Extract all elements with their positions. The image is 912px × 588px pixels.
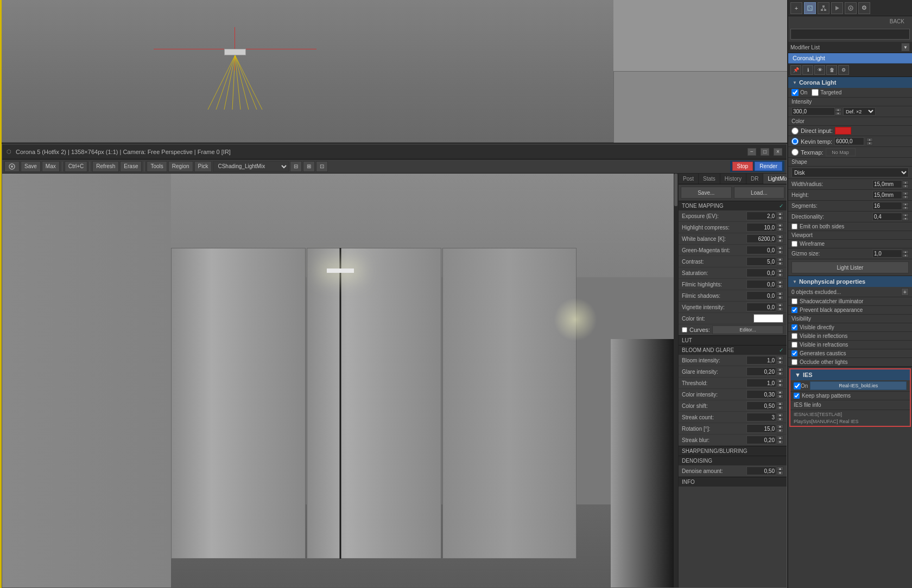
threshold-input[interactable] — [746, 379, 776, 387]
bloom-up[interactable]: ▲ — [777, 356, 783, 360]
region-btn[interactable]: Region — [168, 161, 193, 172]
gizmo-down[interactable]: ▼ — [902, 254, 909, 258]
visible-reflections-checkbox[interactable] — [791, 333, 797, 339]
no-map-button[interactable]: No Map — [826, 148, 856, 156]
contrast-up[interactable]: ▲ — [777, 257, 783, 261]
height-input[interactable] — [872, 191, 902, 199]
sharpening-header[interactable]: SHARPENING/BLURRING — [679, 446, 787, 456]
dir-down[interactable]: ▼ — [902, 217, 909, 221]
object-name-field[interactable]: CoronaLight032 — [790, 29, 910, 40]
wr-spinner[interactable]: ▲ ▼ — [902, 181, 909, 188]
cs-down[interactable]: ▼ — [777, 406, 783, 410]
corona-light-header[interactable]: ▼ Corona Light — [788, 77, 912, 88]
fhl-up[interactable]: ▲ — [777, 280, 783, 284]
pin-icon[interactable]: 📌 — [790, 65, 801, 75]
kelvin-up[interactable]: ▲ — [866, 138, 873, 142]
max-btn[interactable]: Max — [42, 161, 60, 172]
vignette-input[interactable] — [746, 303, 776, 311]
segments-input[interactable] — [872, 202, 902, 210]
dir-spinner[interactable]: ▲ ▼ — [902, 213, 909, 221]
back-button[interactable]: BACK — [791, 17, 909, 25]
maximize-button[interactable]: □ — [761, 148, 769, 156]
scene-icon-btn[interactable] — [4, 161, 20, 172]
gizmo-spinner[interactable]: ▲ ▼ — [902, 250, 909, 258]
whitebalance-input[interactable] — [746, 234, 776, 243]
sc-down[interactable]: ▼ — [777, 417, 783, 421]
intensity-up[interactable]: ▲ — [835, 108, 841, 112]
rotation-input[interactable] — [746, 424, 776, 433]
contrast-input[interactable] — [746, 257, 776, 266]
filmic-hl-input[interactable] — [746, 280, 776, 289]
scrollbar-thumb[interactable] — [674, 174, 677, 206]
sc-up[interactable]: ▲ — [777, 413, 783, 417]
glare-down[interactable]: ▼ — [777, 372, 783, 376]
texmap-radio[interactable] — [791, 149, 799, 156]
filmic-sh-input[interactable] — [746, 291, 776, 300]
sat-up[interactable]: ▲ — [777, 269, 783, 273]
save-button[interactable]: Save... — [681, 187, 732, 199]
glare-input[interactable] — [746, 367, 776, 376]
intensity-multiplier-select[interactable]: Def. ×2 — [843, 107, 876, 116]
gm-down[interactable]: ▼ — [777, 250, 783, 254]
glare-spinner[interactable]: ▲ ▼ — [777, 367, 783, 376]
ci-spinner[interactable]: ▲ ▼ — [777, 390, 783, 399]
colorintensity-input[interactable] — [746, 390, 776, 399]
rot-up[interactable]: ▲ — [777, 424, 783, 429]
ies-file-button[interactable]: Real-IES_bold.ies — [810, 381, 907, 390]
thresh-down[interactable]: ▼ — [777, 383, 783, 387]
denoise-up[interactable]: ▲ — [777, 466, 783, 471]
visible-directly-checkbox[interactable] — [791, 324, 797, 330]
lut-header[interactable]: LUT — [679, 335, 787, 345]
width-radius-input[interactable] — [872, 180, 902, 188]
kelvin-spinner[interactable]: ▲ ▼ — [866, 138, 873, 145]
motion-icon-btn[interactable] — [831, 2, 843, 14]
tone-mapping-header[interactable]: TONE MAPPING ✓ — [679, 201, 787, 210]
rot-spinner[interactable]: ▲ ▼ — [777, 424, 783, 433]
wireframe-checkbox[interactable] — [791, 241, 797, 247]
tab-lightmix[interactable]: LightMix — [763, 174, 787, 184]
gm-up[interactable]: ▲ — [777, 246, 783, 250]
highlight-spinner[interactable]: ▲ ▼ — [777, 223, 783, 232]
wr-up[interactable]: ▲ — [902, 181, 909, 184]
shadowcatcher-checkbox[interactable] — [791, 298, 797, 304]
occlude-lights-checkbox[interactable] — [791, 359, 797, 365]
display-icon-btn[interactable] — [845, 2, 857, 14]
direct-input-color-swatch[interactable] — [835, 127, 851, 135]
visible-refractions-checkbox[interactable] — [791, 342, 797, 348]
kelvin-input[interactable] — [834, 137, 864, 145]
zoom-100-btn[interactable]: ⊡ — [316, 161, 328, 172]
mod-eye-icon[interactable]: 👁 — [814, 65, 825, 75]
on-checkbox[interactable] — [791, 89, 799, 96]
ci-down[interactable]: ▼ — [777, 394, 783, 399]
intensity-spinner[interactable]: ▲ ▼ — [835, 108, 841, 116]
ies-on-checkbox[interactable] — [794, 382, 801, 389]
denoise-down[interactable]: ▼ — [777, 471, 783, 475]
gm-spinner[interactable]: ▲ ▼ — [777, 246, 783, 254]
bloom-glare-header[interactable]: BLOOM AND GLARE ✓ — [679, 345, 787, 355]
kelvin-radio[interactable] — [791, 138, 799, 145]
light-lister-button[interactable]: Light Lister — [791, 261, 909, 273]
mod-trash-icon[interactable]: 🗑 — [826, 65, 837, 75]
save-render-btn[interactable]: Save — [21, 161, 41, 172]
hierarchy-icon-btn[interactable] — [818, 2, 829, 14]
ctrl-c-btn[interactable]: Ctrl+C — [65, 161, 88, 172]
fsh-spinner[interactable]: ▲ ▼ — [777, 291, 783, 300]
exposure-up[interactable]: ▲ — [777, 212, 783, 216]
mod-settings-icon[interactable]: ⚙ — [838, 65, 849, 75]
gizmo-up[interactable]: ▲ — [902, 250, 909, 254]
curves-checkbox[interactable] — [682, 327, 687, 333]
minimize-button[interactable]: − — [748, 148, 756, 156]
cs-up[interactable]: ▲ — [777, 401, 783, 406]
modify-icon-btn[interactable] — [804, 2, 816, 14]
ies-header[interactable]: ▼ IES — [790, 369, 910, 380]
whitebalance-spinner[interactable]: ▲ ▼ — [777, 234, 783, 243]
h-spinner[interactable]: ▲ ▼ — [902, 191, 909, 199]
saturation-input[interactable] — [746, 269, 776, 277]
sat-spinner[interactable]: ▲ ▼ — [777, 269, 783, 277]
intensity-down[interactable]: ▼ — [835, 112, 841, 116]
contrast-down[interactable]: ▼ — [777, 261, 783, 266]
tools-btn[interactable]: Tools — [147, 161, 167, 172]
streak-blur-input[interactable] — [746, 436, 776, 444]
info-header[interactable]: INFO — [679, 477, 787, 487]
mod-info-icon[interactable]: ℹ — [802, 65, 813, 75]
